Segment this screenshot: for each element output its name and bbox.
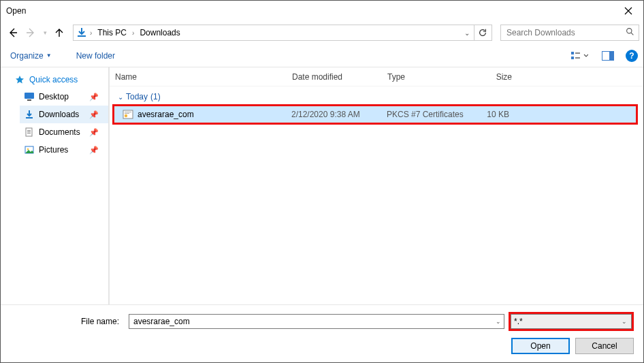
body: Quick access Desktop 📌 Downloads 📌: [1, 67, 643, 304]
sidebar-item-desktop[interactable]: Desktop 📌: [20, 88, 108, 106]
file-name: avesrarae_com: [138, 110, 194, 119]
chevron-down-icon: ▼: [46, 52, 52, 59]
svg-rect-17: [123, 110, 133, 119]
column-headers: Name Date modified Type Size: [110, 67, 643, 86]
col-header-size[interactable]: Size: [470, 72, 518, 82]
chevron-down-icon[interactable]: ⌄: [622, 318, 627, 325]
file-size: 10 KB: [475, 110, 523, 119]
toolbar: Organize ▼ New folder ?: [1, 44, 643, 67]
new-folder-button[interactable]: New folder: [69, 48, 122, 63]
footer: File name: ⌄ *.* ⌄ Open Cancel: [1, 304, 643, 362]
certificate-file-icon: [123, 109, 133, 120]
sidebar-item-downloads[interactable]: Downloads 📌: [20, 106, 108, 123]
star-icon: [14, 74, 25, 85]
sidebar-item-label: Downloads: [39, 110, 79, 119]
file-name-input[interactable]: [132, 316, 501, 327]
svg-rect-13: [27, 131, 31, 132]
address-history-button[interactable]: ⌄: [460, 29, 474, 37]
svg-rect-4: [575, 52, 580, 54]
file-name-combobox[interactable]: ⌄: [129, 314, 504, 329]
svg-rect-19: [125, 112, 131, 112]
svg-rect-2: [571, 52, 574, 54]
sidebar-quick-access[interactable]: Quick access: [1, 72, 108, 88]
open-button[interactable]: Open: [511, 338, 570, 354]
titlebar: Open: [1, 1, 643, 21]
search-input[interactable]: [505, 27, 626, 38]
svg-rect-7: [609, 52, 613, 60]
forward-button[interactable]: [22, 25, 39, 41]
svg-point-1: [627, 29, 632, 33]
svg-point-16: [27, 148, 29, 151]
file-type-filter[interactable]: *.* ⌄: [511, 314, 632, 329]
view-options-button[interactable]: [564, 48, 594, 63]
pin-icon: 📌: [89, 93, 99, 101]
sidebar-item-pictures[interactable]: Pictures 📌: [20, 141, 108, 159]
breadcrumb-this-pc[interactable]: This PC: [93, 27, 131, 39]
address-bar[interactable]: › This PC › Downloads ⌄: [73, 25, 492, 41]
pin-icon: 📌: [89, 128, 99, 137]
sidebar-item-label: Quick access: [29, 75, 78, 84]
svg-rect-5: [575, 57, 580, 59]
pin-icon: 📌: [89, 110, 99, 119]
sidebar-item-label: Pictures: [39, 145, 68, 155]
svg-rect-8: [25, 93, 34, 99]
col-header-date[interactable]: Date modified: [287, 72, 382, 82]
search-icon: [626, 27, 634, 38]
close-button[interactable]: [613, 1, 643, 21]
nav-sidebar: Quick access Desktop 📌 Downloads 📌: [1, 67, 110, 304]
back-button[interactable]: [5, 25, 21, 41]
sidebar-item-label: Documents: [39, 127, 80, 137]
svg-rect-20: [125, 113, 129, 114]
cancel-button[interactable]: Cancel: [575, 338, 634, 354]
organize-menu[interactable]: Organize ▼: [6, 48, 56, 63]
group-header-today[interactable]: ⌄ Today (1): [110, 86, 643, 104]
help-button[interactable]: ?: [626, 50, 638, 62]
downloads-location-icon: [75, 26, 88, 40]
file-date: 2/12/2020 9:38 AM: [291, 110, 387, 119]
svg-rect-9: [27, 99, 31, 101]
refresh-button[interactable]: [474, 25, 490, 41]
sidebar-item-documents[interactable]: Documents 📌: [20, 123, 108, 141]
pin-icon: 📌: [89, 146, 99, 155]
downloads-icon: [24, 109, 35, 120]
svg-rect-3: [571, 57, 574, 59]
search-box[interactable]: [500, 25, 639, 41]
chevron-down-icon: ⌄: [118, 93, 123, 101]
pictures-icon: [24, 144, 35, 155]
sidebar-item-label: Desktop: [39, 92, 69, 101]
highlighted-filter-annotation: *.* ⌄: [509, 312, 634, 331]
svg-rect-10: [26, 117, 33, 119]
col-header-name[interactable]: Name: [110, 72, 287, 82]
documents-icon: [24, 127, 35, 138]
file-name-label: File name:: [10, 317, 125, 326]
recent-locations-button[interactable]: ▾: [40, 25, 50, 41]
file-type: PKCS #7 Certificates: [387, 110, 475, 119]
file-row[interactable]: avesrarae_com 2/12/2020 9:38 AM PKCS #7 …: [114, 106, 636, 123]
preview-pane-button[interactable]: [598, 48, 617, 63]
up-button[interactable]: [51, 25, 67, 41]
svg-rect-12: [27, 130, 31, 131]
breadcrumb-downloads[interactable]: Downloads: [135, 27, 184, 39]
desktop-icon: [24, 91, 35, 102]
window-title: Open: [6, 6, 613, 16]
svg-rect-14: [27, 133, 31, 133]
open-dialog: Open ▾ › This PC › Downloads ⌄: [0, 0, 644, 363]
chevron-down-icon[interactable]: ⌄: [496, 318, 501, 325]
chevron-right-icon: ›: [88, 29, 93, 37]
highlighted-file-annotation: avesrarae_com 2/12/2020 9:38 AM PKCS #7 …: [112, 104, 638, 125]
file-pane: Name Date modified Type Size ⌄ Today (1)…: [110, 67, 643, 304]
svg-rect-0: [78, 35, 86, 37]
col-header-type[interactable]: Type: [382, 72, 470, 82]
nav-row: ▾ › This PC › Downloads ⌄: [1, 21, 643, 44]
chevron-right-icon: ›: [131, 29, 135, 37]
svg-point-18: [125, 114, 127, 117]
